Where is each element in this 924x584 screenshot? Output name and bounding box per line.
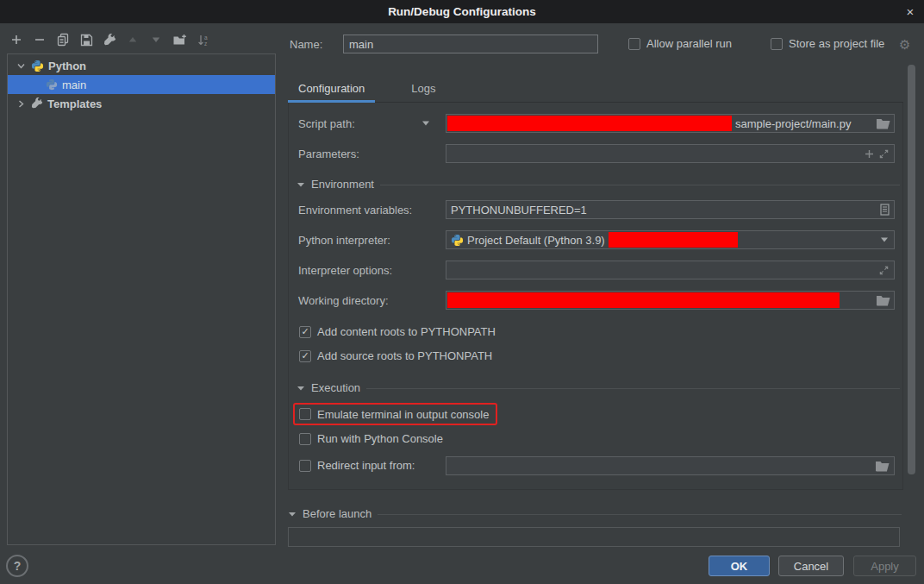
collapse-arrow-icon[interactable] bbox=[297, 180, 305, 189]
expand-field-icon[interactable] bbox=[878, 148, 890, 160]
add-icon bbox=[10, 34, 22, 46]
remove-icon bbox=[34, 34, 46, 46]
redirect-input-field[interactable] bbox=[446, 456, 895, 475]
new-folder-icon bbox=[172, 34, 187, 47]
close-icon[interactable] bbox=[902, 3, 919, 20]
script-path-dropdown-icon[interactable] bbox=[421, 119, 431, 128]
emulate-terminal-label: Emulate terminal in output console bbox=[317, 408, 489, 421]
vertical-scrollbar[interactable] bbox=[908, 65, 915, 474]
copy-icon bbox=[56, 33, 70, 47]
add-source-roots-label: Add source roots to PYTHONPATH bbox=[317, 349, 492, 362]
redirect-input-checkbox[interactable] bbox=[299, 460, 311, 472]
store-as-project-file-checkbox[interactable] bbox=[771, 38, 783, 50]
browse-variables-icon[interactable] bbox=[880, 204, 890, 216]
tree-item-python[interactable]: Python bbox=[8, 56, 275, 75]
ok-button[interactable]: OK bbox=[709, 556, 770, 576]
add-source-roots-checkbox[interactable] bbox=[299, 350, 311, 362]
parameters-label: Parameters: bbox=[298, 144, 359, 163]
tab-logs[interactable]: Logs bbox=[401, 82, 446, 102]
copy-button[interactable] bbox=[55, 32, 71, 47]
redirect-input-label: Redirect input from: bbox=[317, 459, 415, 472]
add-button[interactable] bbox=[9, 32, 24, 47]
tree-toolbar: az bbox=[9, 30, 210, 49]
ok-button-label: OK bbox=[731, 560, 748, 573]
new-folder-button[interactable] bbox=[172, 32, 187, 47]
sort-alphabetically-button[interactable]: az bbox=[195, 32, 210, 47]
run-debug-configurations-dialog: Run/Debug Configurations az Python main … bbox=[0, 0, 924, 584]
svg-text:z: z bbox=[204, 41, 207, 47]
run-python-console-checkbox[interactable] bbox=[299, 433, 311, 445]
allow-parallel-run-option: Allow parallel run bbox=[628, 37, 732, 50]
save-icon bbox=[80, 34, 93, 47]
folder-icon[interactable] bbox=[876, 461, 890, 472]
redacted-region bbox=[609, 232, 738, 248]
add-macro-icon[interactable] bbox=[864, 148, 875, 160]
add-content-roots-label: Add content roots to PYTHONPATH bbox=[317, 325, 496, 338]
section-title: Environment bbox=[311, 178, 374, 191]
wrench-icon bbox=[103, 34, 116, 47]
svg-text:a: a bbox=[204, 34, 208, 40]
emulate-terminal-highlight-box: Emulate terminal in output console bbox=[293, 403, 497, 425]
name-input[interactable] bbox=[343, 35, 598, 53]
tree-item-label: Python bbox=[48, 60, 86, 72]
tab-label: Logs bbox=[411, 82, 435, 95]
parameters-field[interactable] bbox=[446, 144, 895, 163]
tree-item-templates[interactable]: Templates bbox=[8, 94, 275, 113]
wrench-icon bbox=[31, 97, 43, 110]
expand-field-icon[interactable] bbox=[878, 265, 890, 276]
working-directory-label: Working directory: bbox=[298, 291, 389, 310]
arrow-down-icon bbox=[150, 34, 162, 46]
dialog-title: Run/Debug Configurations bbox=[388, 5, 536, 18]
remove-button[interactable] bbox=[32, 32, 47, 47]
tree-item-main[interactable]: main bbox=[8, 75, 275, 94]
apply-button[interactable]: Apply bbox=[853, 556, 916, 576]
run-python-console-label: Run with Python Console bbox=[317, 432, 443, 445]
arrow-up-icon bbox=[127, 34, 139, 46]
cancel-button[interactable]: Cancel bbox=[778, 556, 844, 576]
gear-icon[interactable] bbox=[899, 38, 910, 51]
run-python-console-option: Run with Python Console bbox=[299, 432, 443, 445]
environment-section-header: Environment bbox=[297, 178, 900, 191]
allow-parallel-run-label: Allow parallel run bbox=[646, 37, 732, 50]
python-interpreter-combobox[interactable]: Project Default (Python 3.9) bbox=[446, 230, 895, 249]
script-path-value: sample-project/main.py bbox=[735, 117, 851, 130]
allow-parallel-run-checkbox[interactable] bbox=[628, 38, 640, 50]
chevron-down-icon[interactable] bbox=[15, 61, 27, 71]
store-as-project-file-option: Store as project file bbox=[771, 37, 884, 50]
interpreter-options-field[interactable] bbox=[446, 261, 895, 279]
move-down-button[interactable] bbox=[148, 32, 164, 47]
collapse-arrow-icon[interactable] bbox=[288, 510, 297, 518]
collapse-arrow-icon[interactable] bbox=[297, 384, 305, 392]
redacted-region bbox=[447, 116, 732, 131]
move-up-button[interactable] bbox=[125, 32, 140, 47]
redirect-input-option: Redirect input from: bbox=[299, 459, 415, 472]
sort-az-icon: az bbox=[197, 34, 209, 47]
tab-bar: Configuration Logs bbox=[288, 79, 903, 103]
python-interpreter-value: Project Default (Python 3.9) bbox=[467, 234, 605, 247]
working-directory-field[interactable] bbox=[446, 291, 895, 310]
before-launch-section-header: Before launch bbox=[288, 507, 902, 520]
chevron-right-icon[interactable] bbox=[15, 99, 27, 109]
titlebar: Run/Debug Configurations bbox=[0, 0, 924, 23]
save-button[interactable] bbox=[78, 32, 94, 47]
emulate-terminal-checkbox[interactable] bbox=[299, 408, 311, 420]
section-divider bbox=[378, 514, 902, 515]
execution-section-header: Execution bbox=[297, 381, 900, 394]
tab-configuration[interactable]: Configuration bbox=[288, 82, 375, 102]
python-logo-icon bbox=[46, 78, 58, 91]
name-label: Name: bbox=[290, 35, 322, 53]
environment-variables-value: PYTHONUNBUFFERED=1 bbox=[451, 204, 587, 217]
python-logo-icon bbox=[451, 234, 464, 247]
tree-item-label: Templates bbox=[47, 97, 102, 110]
edit-templates-button[interactable] bbox=[102, 32, 117, 47]
help-button[interactable] bbox=[6, 555, 28, 577]
environment-variables-field[interactable]: PYTHONUNBUFFERED=1 bbox=[446, 200, 895, 219]
section-title: Before launch bbox=[303, 507, 371, 520]
add-content-roots-checkbox[interactable] bbox=[299, 326, 311, 338]
section-title: Execution bbox=[311, 381, 360, 394]
script-path-field[interactable]: sample-project/main.py bbox=[446, 114, 895, 133]
folder-icon[interactable] bbox=[877, 295, 890, 306]
add-source-roots-option: Add source roots to PYTHONPATH bbox=[299, 349, 492, 362]
folder-icon[interactable] bbox=[877, 118, 890, 129]
apply-button-label: Apply bbox=[871, 560, 899, 573]
